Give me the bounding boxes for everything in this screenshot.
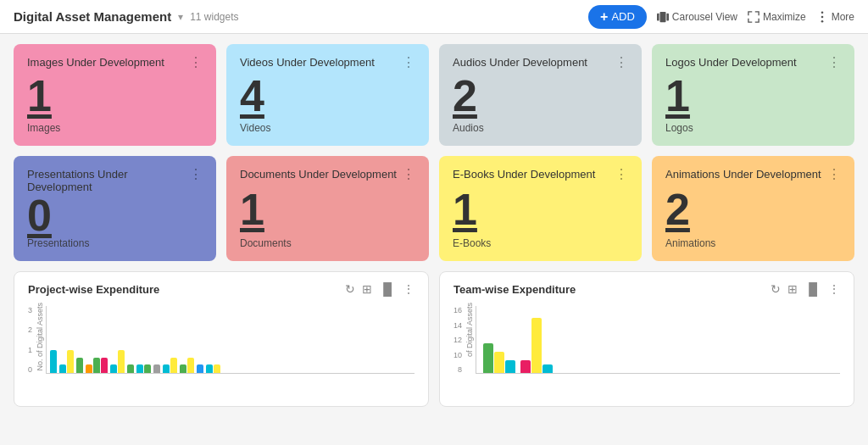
bar-group [76, 358, 83, 373]
stat-header-videos: Videos Under Development ⋮ [240, 56, 415, 70]
more-icon-2[interactable]: ⋮ [828, 282, 840, 296]
stat-menu-documents[interactable]: ⋮ [402, 168, 415, 181]
bar [144, 364, 151, 373]
y-title-1: No. of Digital Assets [36, 303, 46, 387]
stat-menu-ebooks[interactable]: ⋮ [615, 168, 628, 181]
stat-header-presentations: Presentations Under Development ⋮ [27, 168, 203, 193]
more-icon [816, 11, 828, 23]
refresh-icon-2[interactable]: ↻ [771, 282, 781, 296]
add-button[interactable]: + ADD [588, 5, 647, 29]
refresh-icon-1[interactable]: ↻ [345, 282, 355, 296]
stat-label-ebooks: E-Books [453, 237, 628, 249]
bar-group [197, 364, 203, 373]
stat-title-presentations: Presentations Under Development [27, 168, 189, 193]
bar [59, 364, 66, 373]
stat-label-animations: Animations [665, 237, 841, 249]
more-icon-1[interactable]: ⋮ [403, 282, 415, 296]
stat-menu-presentations[interactable]: ⋮ [189, 168, 203, 181]
stat-title-documents: Documents Under Development [240, 168, 397, 181]
y-axis-title-2: of Digital Assets [465, 303, 474, 357]
bar [531, 318, 542, 373]
stat-number-presentations: 0 [27, 193, 203, 237]
stat-menu-audios[interactable]: ⋮ [615, 56, 628, 70]
columns-icon-2[interactable]: ▐▌ [804, 282, 821, 296]
main-content: Images Under Development ⋮ 1 Images Vide… [0, 34, 868, 417]
stat-label-images: Images [27, 122, 203, 134]
maximize-label: Maximize [763, 11, 806, 23]
y-axis-2: 16 14 12 10 8 [453, 306, 465, 374]
stat-label-documents: Documents [240, 237, 415, 249]
bar-group [50, 350, 57, 373]
bars-2 [476, 306, 840, 374]
bar [170, 358, 177, 373]
svg-point-4 [821, 15, 823, 18]
title-dropdown-icon[interactable]: ▾ [178, 11, 183, 23]
stat-menu-videos[interactable]: ⋮ [402, 56, 415, 70]
stat-card-documents: Documents Under Development ⋮ 1 Document… [226, 156, 429, 261]
svg-rect-1 [659, 11, 665, 21]
stat-title-videos: Videos Under Development [240, 56, 375, 69]
plus-icon: + [600, 9, 608, 25]
stat-header-animations: Animations Under Development ⋮ [665, 168, 841, 181]
stat-menu-logos[interactable]: ⋮ [827, 56, 841, 70]
stat-card-presentations: Presentations Under Development ⋮ 0 Pres… [14, 156, 216, 261]
stat-card-images: Images Under Development ⋮ 1 Images [14, 44, 216, 146]
bar [542, 364, 553, 373]
bar-group [136, 364, 151, 373]
bar [127, 364, 134, 373]
bar [187, 358, 194, 373]
chart-header-1: Project-wise Expenditure ↻ ⊞ ▐▌ ⋮ [28, 282, 415, 296]
chart-body-1: 3 2 1 0 No. of Digital Assets [28, 303, 415, 387]
grid-icon-1[interactable]: ⊞ [362, 282, 372, 296]
bar [136, 364, 143, 373]
stat-menu-images[interactable]: ⋮ [189, 56, 203, 70]
stat-number-ebooks: 1 [453, 187, 628, 231]
bar-group [153, 364, 160, 373]
stat-label-audios: Audios [453, 122, 628, 134]
bar-group [206, 364, 220, 373]
header-right: + ADD Carousel View Maximize Mor [588, 5, 854, 29]
stat-title-audios: Audios Under Development [453, 56, 587, 69]
bar-group [86, 358, 108, 373]
more-action[interactable]: More [816, 11, 854, 23]
bar [50, 350, 57, 373]
svg-point-3 [821, 11, 823, 14]
bars-1 [46, 306, 415, 374]
bar-group [163, 358, 177, 373]
bar-group [520, 318, 553, 373]
y-axis-title-1: No. of Digital Assets [36, 303, 44, 371]
stat-title-ebooks: E-Books Under Development [453, 168, 595, 181]
team-expenditure-chart: Team-wise Expenditure ↻ ⊞ ▐▌ ⋮ 16 14 12 … [439, 271, 854, 407]
stat-card-logos: Logos Under Development ⋮ 1 Logos [652, 44, 854, 146]
bar-group [59, 350, 74, 373]
carousel-view-action[interactable]: Carousel View [657, 11, 737, 23]
bar [180, 364, 186, 373]
chart-body-2: 16 14 12 10 8 of Digital Assets [453, 303, 840, 387]
stat-header-images: Images Under Development ⋮ [27, 56, 203, 70]
y-axis-1: 3 2 1 0 [28, 306, 36, 374]
stat-title-logos: Logos Under Development [665, 56, 797, 69]
maximize-action[interactable]: Maximize [748, 11, 806, 23]
bar [67, 350, 74, 373]
stat-number-images: 1 [27, 74, 203, 118]
bar [483, 343, 493, 373]
bar-group [127, 364, 134, 373]
carousel-icon [657, 11, 669, 23]
header: Digital Asset Management ▾ 11 widgets + … [0, 0, 868, 34]
bar [110, 364, 117, 373]
charts-grid: Project-wise Expenditure ↻ ⊞ ▐▌ ⋮ 3 2 1 … [14, 271, 854, 407]
more-label: More [832, 11, 854, 23]
app-title: Digital Asset Management [14, 9, 171, 24]
bar [494, 352, 504, 373]
columns-icon-1[interactable]: ▐▌ [379, 282, 396, 296]
stat-label-videos: Videos [240, 122, 415, 134]
stat-number-videos: 4 [240, 74, 415, 118]
stat-menu-animations[interactable]: ⋮ [827, 168, 841, 181]
grid-icon-2[interactable]: ⊞ [787, 282, 798, 296]
chart-actions-1: ↻ ⊞ ▐▌ ⋮ [345, 282, 415, 296]
bar [76, 358, 83, 373]
bar [93, 358, 100, 373]
bar-group [180, 358, 194, 373]
carousel-label: Carousel View [672, 11, 737, 23]
chart-header-2: Team-wise Expenditure ↻ ⊞ ▐▌ ⋮ [453, 282, 840, 296]
